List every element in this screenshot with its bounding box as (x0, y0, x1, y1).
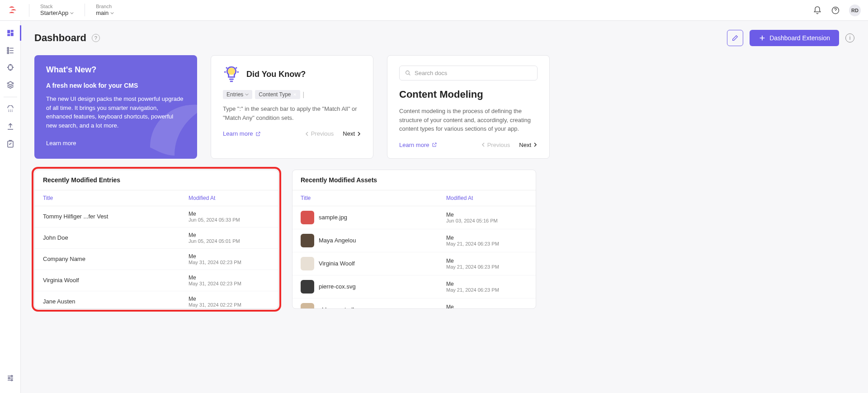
nav-upload-icon[interactable] (3, 119, 18, 134)
nav-stack-icon[interactable] (3, 77, 18, 92)
table-row[interactable]: Tommy Hilfiger ...fer VestMeJun 05, 2024… (35, 206, 278, 227)
entry-title: Virginia Woolf (43, 277, 189, 284)
table-row[interactable]: John DoeMeJun 05, 2024 05:01 PM (35, 227, 278, 249)
assets-col-title[interactable]: Title (301, 195, 446, 201)
bell-icon[interactable] (813, 6, 822, 15)
help-icon[interactable] (831, 6, 840, 15)
nav-publish-icon[interactable] (3, 102, 18, 117)
whats-new-card: What's New? A fresh new look for your CM… (34, 55, 197, 159)
top-bar-right: RD (813, 5, 861, 16)
svg-rect-5 (7, 47, 9, 49)
did-you-know-title: Did You Know? (246, 70, 306, 79)
nav-settings-icon[interactable] (3, 370, 18, 386)
nav-tasks-icon[interactable] (3, 136, 18, 152)
asset-title: alden-cantrell.svg (301, 303, 446, 308)
chevron-right-icon (533, 142, 538, 147)
table-row[interactable]: Virginia WoolfMeMay 21, 2024 06:23 PM (292, 252, 536, 275)
chevron-right-icon (357, 132, 361, 136)
page-title: Dashboard (34, 32, 86, 44)
nav-content-types-icon[interactable] (3, 60, 18, 75)
chevron-down-icon (245, 93, 249, 96)
table-row[interactable]: pierre-cox.svgMeMay 21, 2024 06:23 PM (292, 275, 536, 298)
entries-table-body[interactable]: Tommy Hilfiger ...fer VestMeJun 05, 2024… (35, 206, 278, 308)
table-row[interactable]: alden-cantrell.svgMeMay 21, 2024 06:23 P… (292, 298, 536, 308)
previous-button[interactable]: Previous (481, 142, 510, 148)
edit-dashboard-button[interactable] (727, 30, 743, 46)
top-bar: Stack StarterApp Branch main RD (0, 0, 868, 21)
chevron-down-icon (70, 11, 74, 15)
asset-modifier: Me (446, 235, 528, 241)
whats-new-title: What's New? (46, 65, 185, 75)
assets-table-body[interactable]: sample.jpgMeJun 03, 2024 05:16 PMMaya An… (292, 206, 536, 308)
entry-modified-at: May 31, 2024 02:22 PM (189, 302, 270, 308)
svg-rect-2 (10, 30, 13, 32)
entry-modified-at: Jun 05, 2024 05:33 PM (189, 217, 270, 223)
nav-entries-icon[interactable] (3, 43, 18, 58)
search-docs-input[interactable]: Search docs (399, 66, 538, 80)
external-link-icon (255, 131, 261, 137)
svg-rect-3 (10, 33, 13, 36)
lightbulb-icon (223, 66, 240, 83)
asset-modified-at: Jun 03, 2024 05:16 PM (446, 218, 528, 223)
asset-thumbnail (301, 303, 314, 308)
asset-thumbnail (301, 280, 314, 294)
did-you-know-card: Did You Know? Entries Content Type | Typ… (211, 55, 373, 159)
asset-modified-at: May 21, 2024 06:23 PM (446, 287, 528, 293)
branch-label: Branch (96, 4, 114, 9)
external-link-icon (432, 142, 437, 147)
close-icon (293, 93, 297, 96)
recently-modified-assets-card: Recently Modified Assets Title Modified … (292, 170, 536, 309)
asset-modified-at: May 21, 2024 06:23 PM (446, 264, 528, 270)
divider (29, 4, 29, 17)
dashboard-extension-button[interactable]: Dashboard Extension (750, 30, 839, 46)
top-bar-left: Stack StarterApp Branch main (7, 4, 114, 17)
next-button[interactable]: Next (519, 142, 538, 148)
asset-modified-at: May 21, 2024 06:23 PM (446, 241, 528, 246)
filter-tag-entries[interactable]: Entries (223, 90, 252, 99)
entry-title: John Doe (43, 234, 189, 241)
table-row[interactable]: Virginia WoolfMeMay 31, 2024 02:23 PM (35, 270, 278, 291)
asset-thumbnail (301, 211, 314, 224)
extension-button-label: Dashboard Extension (769, 34, 830, 42)
previous-button[interactable]: Previous (305, 130, 334, 137)
left-sidebar (0, 21, 21, 393)
did-you-know-body: Type ":" in the search bar to apply the … (223, 104, 361, 122)
entry-modified-at: May 31, 2024 02:23 PM (189, 281, 270, 286)
search-icon (405, 70, 411, 76)
table-row[interactable]: Maya AngelouMeMay 21, 2024 06:23 PM (292, 229, 536, 252)
recently-modified-entries-card: Recently Modified Entries Title Modified… (34, 170, 278, 309)
filter-tag-content-type[interactable]: Content Type (255, 90, 300, 99)
assets-col-modified[interactable]: Modified At (446, 195, 528, 201)
info-icon[interactable]: i (845, 33, 854, 43)
asset-title: sample.jpg (301, 211, 446, 224)
page-header: Dashboard ? Dashboard Extension i (34, 30, 854, 46)
asset-modifier: Me (446, 258, 528, 264)
user-avatar[interactable]: RD (849, 5, 861, 16)
content-modeling-title: Content Modeling (399, 89, 538, 100)
asset-title: Maya Angelou (301, 234, 446, 247)
entry-modifier: Me (189, 275, 270, 281)
table-row[interactable]: sample.jpgMeJun 03, 2024 05:16 PM (292, 206, 536, 229)
did-you-know-learn-more-link[interactable]: Learn more (223, 130, 261, 137)
content-modeling-body: Content modeling is the process of defin… (399, 107, 538, 133)
entry-modified-at: May 31, 2024 02:23 PM (189, 260, 270, 265)
table-row[interactable]: Company NameMeMay 31, 2024 02:23 PM (35, 249, 278, 270)
content-modeling-learn-more-link[interactable]: Learn more (399, 142, 437, 148)
stack-selector[interactable]: Stack StarterApp (40, 4, 74, 17)
entries-col-title[interactable]: Title (43, 195, 189, 201)
chevron-down-icon (110, 11, 114, 15)
chevron-left-icon (481, 142, 486, 147)
plus-icon (759, 34, 766, 42)
entry-modified-at: Jun 05, 2024 05:01 PM (189, 238, 270, 244)
search-placeholder: Search docs (415, 70, 447, 76)
branch-selector[interactable]: Branch main (96, 4, 114, 17)
entries-col-modified[interactable]: Modified At (189, 195, 270, 201)
nav-dashboard-icon[interactable] (0, 25, 21, 41)
table-row[interactable]: Jane AustenMeMay 31, 2024 02:22 PM (35, 291, 278, 308)
svg-rect-1 (7, 30, 10, 33)
entry-modifier: Me (189, 211, 270, 217)
page-help-icon[interactable]: ? (92, 34, 100, 42)
branch-value: main (96, 9, 108, 17)
chevron-left-icon (305, 132, 309, 136)
next-button[interactable]: Next (343, 130, 361, 137)
